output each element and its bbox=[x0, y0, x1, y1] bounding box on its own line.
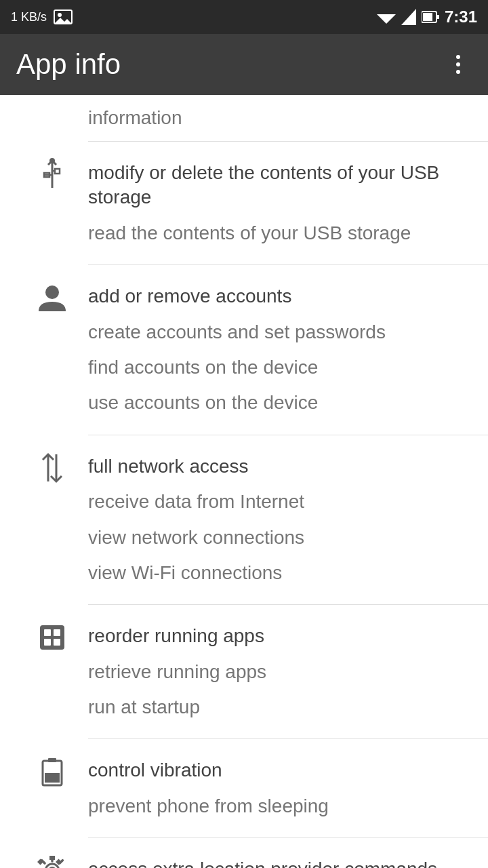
battery-permission-items: control vibration prevent phone from sle… bbox=[88, 753, 472, 824]
wifi-icon bbox=[377, 9, 396, 25]
perm-item: read the contents of your USB storage bbox=[88, 216, 472, 251]
perm-item: control vibration bbox=[88, 753, 472, 788]
status-right: 7:31 bbox=[377, 7, 477, 26]
perm-item: add or remove accounts bbox=[88, 279, 472, 314]
top-info-item: information bbox=[0, 95, 488, 141]
svg-rect-6 bbox=[436, 15, 439, 19]
svg-rect-20 bbox=[44, 639, 51, 646]
perm-item: reorder running apps bbox=[88, 618, 472, 654]
perm-item: modify or delete the contents of your US… bbox=[88, 155, 472, 216]
svg-rect-11 bbox=[55, 169, 60, 174]
permission-group-usb: modify or delete the contents of your US… bbox=[0, 142, 488, 264]
permission-group-location: access extra location provider commands bbox=[0, 838, 488, 868]
dot-3 bbox=[456, 70, 460, 74]
svg-rect-17 bbox=[40, 625, 64, 650]
signal-icon bbox=[401, 9, 416, 25]
perm-item: full network access bbox=[88, 449, 472, 484]
perm-item: access extra location provider commands bbox=[88, 852, 472, 868]
perm-item: prevent phone from sleeping bbox=[88, 789, 472, 824]
svg-marker-3 bbox=[377, 14, 396, 24]
perm-item: create accounts and set passwords bbox=[88, 315, 472, 350]
permission-group-network: full network access receive data from In… bbox=[0, 435, 488, 605]
time-display: 7:31 bbox=[445, 7, 477, 26]
svg-rect-21 bbox=[54, 639, 60, 646]
permission-group-accounts: add or remove accounts create accounts a… bbox=[0, 265, 488, 435]
usb-permission-items: modify or delete the contents of your US… bbox=[88, 155, 472, 251]
overflow-menu-button[interactable] bbox=[445, 55, 472, 74]
network-permission-items: full network access receive data from In… bbox=[88, 449, 472, 591]
apps-settings-icon bbox=[16, 618, 88, 654]
content-area: information modify or delete the content… bbox=[0, 95, 488, 868]
svg-rect-24 bbox=[45, 773, 60, 783]
dot-2 bbox=[456, 62, 460, 66]
account-icon bbox=[16, 279, 88, 314]
perm-item: view network connections bbox=[88, 520, 472, 555]
svg-marker-4 bbox=[401, 9, 416, 25]
svg-marker-2 bbox=[54, 18, 72, 24]
gear-icon bbox=[16, 852, 88, 868]
status-left: 1 KB/s bbox=[11, 9, 73, 24]
svg-rect-18 bbox=[44, 629, 51, 636]
apps-permission-items: reorder running apps retrieve running ap… bbox=[88, 618, 472, 725]
perm-item: view Wi-Fi connections bbox=[88, 555, 472, 591]
usb-icon bbox=[16, 155, 88, 191]
perm-item: receive data from Internet bbox=[88, 484, 472, 519]
page-title: App info bbox=[16, 48, 121, 81]
speed-indicator: 1 KB/s bbox=[11, 10, 47, 24]
perm-item: run at startup bbox=[88, 690, 472, 725]
permission-group-battery: control vibration prevent phone from sle… bbox=[0, 739, 488, 837]
permission-group-apps: reorder running apps retrieve running ap… bbox=[0, 605, 488, 738]
location-permission-items: access extra location provider commands bbox=[88, 852, 472, 868]
svg-rect-7 bbox=[423, 13, 432, 21]
image-icon bbox=[54, 9, 73, 24]
dot-1 bbox=[456, 55, 460, 59]
perm-item: retrieve running apps bbox=[88, 654, 472, 690]
network-icon bbox=[16, 449, 88, 484]
svg-point-1 bbox=[58, 13, 62, 17]
app-bar: App info bbox=[0, 34, 488, 95]
battery-icon bbox=[422, 10, 439, 24]
accounts-permission-items: add or remove accounts create accounts a… bbox=[88, 279, 472, 421]
svg-rect-19 bbox=[54, 629, 60, 636]
perm-item: find accounts on the device bbox=[88, 350, 472, 385]
svg-rect-23 bbox=[48, 758, 56, 762]
battery-perm-icon bbox=[16, 753, 88, 788]
status-bar: 1 KB/s 7:31 bbox=[0, 0, 488, 34]
svg-point-14 bbox=[45, 285, 59, 299]
perm-item: use accounts on the device bbox=[88, 385, 472, 420]
